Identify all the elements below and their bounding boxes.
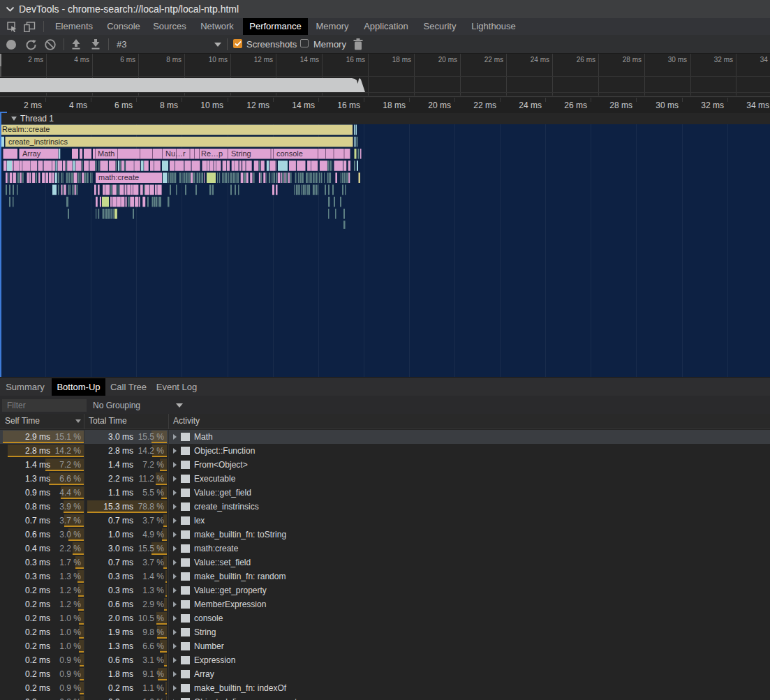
- svg-text:Nu…r: Nu…r: [165, 149, 186, 158]
- svg-text:String: String: [231, 149, 251, 158]
- svg-text:Math: Math: [98, 149, 114, 158]
- svg-text:create_instrinsics: create_instrinsics: [8, 137, 68, 146]
- svg-text:console: console: [276, 149, 303, 158]
- svg-text:Re…p: Re…p: [201, 149, 223, 158]
- svg-text:Array: Array: [22, 149, 41, 158]
- svg-text:math:create: math:create: [98, 173, 139, 181]
- svg-text:Realm::create: Realm::create: [2, 125, 50, 133]
